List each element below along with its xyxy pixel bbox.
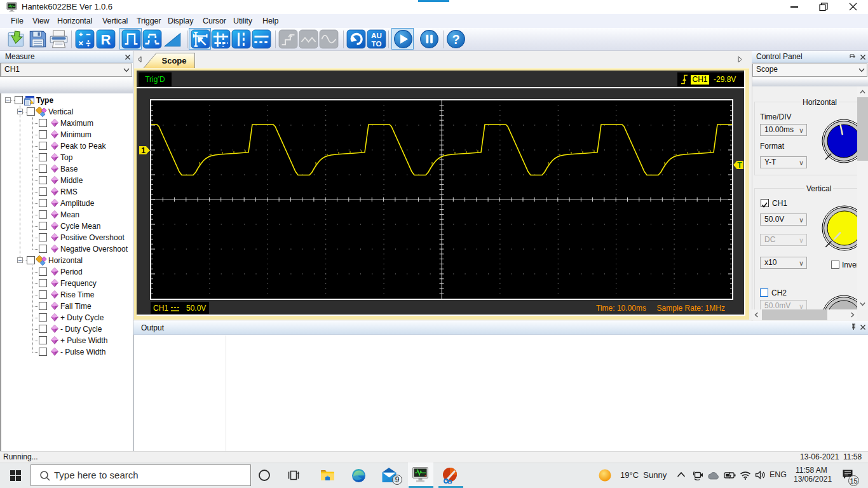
svg-text:?: ? (452, 32, 459, 46)
svg-text:AU: AU (371, 31, 382, 39)
svg-text:1: 1 (141, 146, 146, 155)
svg-text:TO: TO (372, 39, 382, 48)
svg-text:Scope: Scope (161, 56, 186, 65)
svg-text:T: T (737, 161, 742, 170)
svg-text:R: R (101, 32, 111, 48)
